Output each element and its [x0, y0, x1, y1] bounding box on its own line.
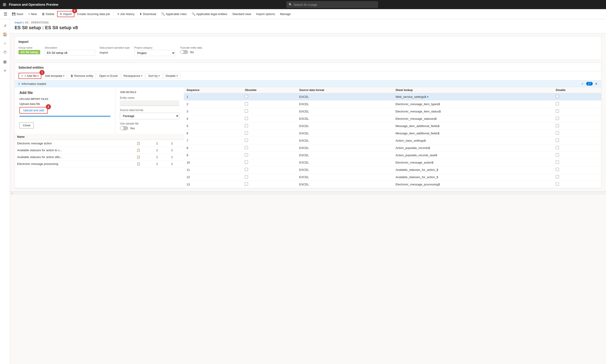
table-row[interactable]: 5 EXCEL Message_item_additional_fields$ — [184, 122, 601, 130]
obsolete-cell — [242, 115, 296, 122]
table-row[interactable]: 8 EXCEL Action_populate_records$ — [184, 144, 601, 152]
disable-checkbox[interactable] — [556, 175, 559, 178]
format-cell: EXCEL — [296, 181, 393, 188]
obsolete-checkbox[interactable] — [245, 109, 248, 113]
obsolete-checkbox[interactable] — [245, 95, 248, 98]
scroll-left-arrow[interactable]: ‹ — [10, 191, 14, 195]
global-search[interactable]: 🔍 Search for a page — [287, 1, 378, 8]
table-row[interactable]: Available statuses for action afte... 📋 … — [15, 154, 184, 161]
seq-cell: 5 — [184, 122, 242, 130]
table-row[interactable]: 13 EXCEL Electronic_message_processing$ — [184, 181, 601, 188]
breadcrumb-import[interactable]: Import — [15, 21, 22, 24]
import-icon: ↻ — [60, 12, 62, 16]
table-row[interactable]: Electronic message processing 📋 1 1 — [15, 161, 184, 167]
sidebar-filter-icon[interactable]: ⊿ — [1, 21, 9, 29]
sidebar-clock-icon[interactable]: ⏱ — [1, 48, 9, 57]
add-file-button[interactable]: + + Add file ▾ — [18, 73, 41, 79]
sheet-dropdown[interactable]: ▾ — [427, 95, 428, 99]
manage-button[interactable]: Manage — [278, 11, 293, 17]
obsolete-checkbox[interactable] — [245, 182, 248, 186]
obsolete-checkbox[interactable] — [245, 102, 248, 105]
roles-icon: 🔍 — [161, 12, 165, 16]
obsolete-checkbox[interactable] — [245, 131, 248, 135]
table-row[interactable]: 10 EXCEL Electronic_message_action$ — [184, 159, 601, 166]
table-row[interactable]: 3 EXCEL Electronic_message_item_status$ — [184, 108, 601, 115]
table-row[interactable]: 2 EXCEL Electronic_message_item_types$ — [184, 101, 601, 108]
seq-cell: 3 — [184, 108, 242, 115]
sidebar-home-icon[interactable]: 🏠 — [1, 30, 9, 38]
upload-and-add-button[interactable]: Upload and add — [19, 107, 48, 114]
table-row[interactable]: Electronic message action 📋 1 1 — [15, 140, 184, 147]
close-button[interactable]: Close — [19, 122, 34, 128]
create-recurring-button[interactable]: Create recurring data job — [75, 11, 112, 17]
seq-cell: 12 — [184, 174, 242, 181]
import-button[interactable]: ↻ Import — [57, 11, 74, 17]
table-row[interactable]: 6 EXCEL Message_item_additional_fields$ — [184, 130, 601, 137]
obsolete-checkbox[interactable] — [245, 175, 248, 178]
disable-checkbox[interactable] — [556, 117, 559, 120]
truncate-toggle[interactable] — [180, 50, 188, 54]
table-row[interactable]: 11 EXCEL Available_statuses_for_action_$ — [184, 166, 601, 174]
entity-name-input[interactable] — [120, 100, 179, 106]
seq-cell: 10 — [184, 159, 242, 166]
obsolete-checkbox[interactable] — [245, 153, 248, 156]
disable-cell — [553, 181, 601, 188]
table-row[interactable]: 1 EXCEL Web_service_settings$ ▾ — [184, 93, 601, 101]
obsolete-checkbox[interactable] — [245, 161, 248, 164]
table-row[interactable]: Available statuses for action to c... 📋 … — [15, 147, 184, 154]
resequence-button[interactable]: Resequence ▾ — [121, 73, 145, 79]
disable-button[interactable]: Disable ▾ — [163, 73, 180, 79]
operation-type-field: Data project operation type Import — [99, 46, 130, 55]
import-options-button[interactable]: Import options — [254, 11, 277, 17]
disable-checkbox[interactable] — [556, 131, 559, 135]
disable-checkbox[interactable] — [556, 102, 559, 105]
use-sample-toggle[interactable] — [120, 126, 128, 130]
disable-checkbox[interactable] — [556, 161, 559, 164]
new-button[interactable]: + New — [26, 11, 39, 17]
horizontal-scrollbar[interactable]: ‹ — [10, 191, 606, 195]
disable-checkbox[interactable] — [556, 109, 559, 113]
source-format-select[interactable]: Package — [120, 113, 179, 119]
table-row[interactable]: 7 EXCEL Action_class_settings$ — [184, 137, 601, 144]
project-category-select[interactable]: Project — [135, 50, 175, 56]
sidebar-list-icon[interactable]: ≡ — [1, 67, 9, 75]
open-in-excel-button[interactable]: Open in Excel — [96, 73, 120, 79]
info-banner: ℹ Information loaded ✓ 17 ✕ — [15, 80, 601, 87]
table-row[interactable]: 4 EXCEL Electronic_message_statuses$ — [184, 115, 601, 122]
obsolete-checkbox[interactable] — [245, 139, 248, 142]
description-input[interactable] — [45, 50, 95, 56]
save-button[interactable]: 💾 Save — [10, 11, 26, 17]
disable-checkbox[interactable] — [556, 168, 559, 171]
add-template-button[interactable]: Add template ▾ — [42, 73, 67, 79]
disable-checkbox[interactable] — [556, 182, 559, 186]
job-history-button[interactable]: ≡ Job history — [115, 11, 137, 17]
applicable-roles-button[interactable]: 🔍 Applicable roles — [159, 11, 189, 17]
table-row[interactable]: 12 EXCEL Available_statuses_for_action_$ — [184, 174, 601, 181]
download-button[interactable]: ⬇ Download — [137, 11, 158, 17]
table-row[interactable]: 9 EXCEL Action_populate_records_task$ — [184, 152, 601, 159]
remove-entity-button[interactable]: 🗑 Remove entity — [68, 73, 96, 79]
obsolete-checkbox[interactable] — [245, 168, 248, 171]
close-banner-icon[interactable]: ✕ — [595, 82, 598, 86]
sidebar-star-icon[interactable]: ☆ — [1, 39, 9, 47]
sort-by-button[interactable]: Sort by ▾ — [146, 73, 162, 79]
hamburger-icon[interactable]: ☰ — [2, 11, 9, 18]
disable-checkbox[interactable] — [556, 95, 559, 98]
applicable-legal-button[interactable]: 🔍 Applicable legal entities — [190, 11, 230, 17]
disable-cell — [553, 93, 601, 101]
app-title: Finance and Operations Preview — [9, 3, 58, 6]
disable-checkbox[interactable] — [556, 153, 559, 156]
disable-checkbox[interactable] — [556, 146, 559, 149]
info-banner-content: ℹ Information loaded — [18, 82, 46, 86]
obsolete-checkbox[interactable] — [245, 117, 248, 120]
app-grid-icon[interactable]: ⊞ — [3, 2, 6, 7]
obsolete-checkbox[interactable] — [245, 146, 248, 149]
disable-checkbox[interactable] — [556, 124, 559, 127]
standard-view-button[interactable]: Standard view — [230, 11, 253, 17]
delete-button[interactable]: 🗑 Delete — [40, 11, 57, 17]
obsolete-checkbox[interactable] — [245, 124, 248, 127]
sidebar-calendar-icon[interactable]: ▦ — [1, 57, 9, 66]
entity-seq-cell: 1 — [154, 154, 169, 161]
disable-checkbox[interactable] — [556, 139, 559, 142]
import-form: Group name ES SII setup Description Data… — [18, 46, 598, 56]
